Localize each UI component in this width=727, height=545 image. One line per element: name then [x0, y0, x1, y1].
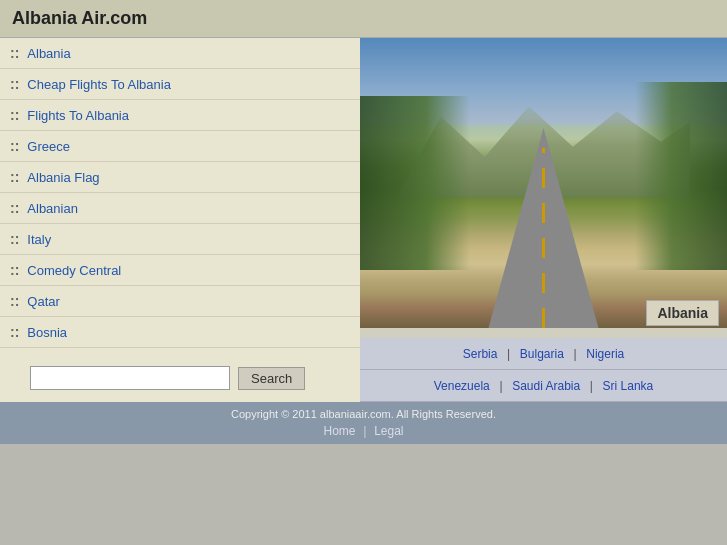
site-header: Albania Air.com — [0, 0, 727, 38]
nav-item-3[interactable]: ::Greece — [0, 131, 360, 162]
nav-bullet-icon: :: — [10, 169, 19, 185]
photo — [360, 38, 727, 328]
nav-bullet-icon: :: — [10, 200, 19, 216]
nav-link-4[interactable]: Albania Flag — [27, 170, 99, 185]
footer-copyright: Copyright © 2011 albaniaair.com. All Rig… — [10, 408, 717, 420]
search-button[interactable]: Search — [238, 367, 305, 390]
nav-link-6[interactable]: Italy — [27, 232, 51, 247]
nav-item-8[interactable]: ::Qatar — [0, 286, 360, 317]
search-input[interactable] — [30, 366, 230, 390]
main-container: ::Albania::Cheap Flights To Albania::Fli… — [0, 38, 727, 402]
nav-link-2[interactable]: Flights To Albania — [27, 108, 129, 123]
nav-link-9[interactable]: Bosnia — [27, 325, 67, 340]
photo-label: Albania — [646, 300, 719, 326]
link-sri-lanka[interactable]: Sri Lanka — [603, 379, 654, 393]
nav-link-7[interactable]: Comedy Central — [27, 263, 121, 278]
nav-bullet-icon: :: — [10, 107, 19, 123]
nav-item-9[interactable]: ::Bosnia — [0, 317, 360, 348]
nav-item-4[interactable]: ::Albania Flag — [0, 162, 360, 193]
link-serbia[interactable]: Serbia — [463, 347, 498, 361]
link-bulgaria[interactable]: Bulgaria — [520, 347, 564, 361]
nav-item-6[interactable]: ::Italy — [0, 224, 360, 255]
nav-link-5[interactable]: Albanian — [27, 201, 78, 216]
nav-item-1[interactable]: ::Cheap Flights To Albania — [0, 69, 360, 100]
footer-link-home[interactable]: Home — [323, 424, 355, 438]
sidebar: ::Albania::Cheap Flights To Albania::Fli… — [0, 38, 360, 402]
nav-item-5[interactable]: ::Albanian — [0, 193, 360, 224]
link-nigeria[interactable]: Nigeria — [586, 347, 624, 361]
nav-item-2[interactable]: ::Flights To Albania — [0, 100, 360, 131]
footer-links: Home | Legal — [10, 423, 717, 438]
right-panel: Albania Serbia | Bulgaria | Nigeria Vene… — [360, 38, 727, 402]
search-area: Search — [0, 348, 360, 402]
right-links: Serbia | Bulgaria | Nigeria Venezuela | … — [360, 338, 727, 402]
nav-bullet-icon: :: — [10, 45, 19, 61]
link-row-2: Venezuela | Saudi Arabia | Sri Lanka — [360, 370, 727, 402]
bottom-area — [0, 444, 727, 545]
nav-bullet-icon: :: — [10, 262, 19, 278]
nav-bullet-icon: :: — [10, 231, 19, 247]
link-row-1: Serbia | Bulgaria | Nigeria — [360, 338, 727, 370]
nav-link-0[interactable]: Albania — [27, 46, 70, 61]
link-saudi-arabia[interactable]: Saudi Arabia — [512, 379, 580, 393]
nav-bullet-icon: :: — [10, 293, 19, 309]
footer: Copyright © 2011 albaniaair.com. All Rig… — [0, 402, 727, 444]
nav-bullet-icon: :: — [10, 138, 19, 154]
link-venezuela[interactable]: Venezuela — [434, 379, 490, 393]
photo-area: Albania — [360, 38, 727, 338]
trees-right — [635, 82, 727, 271]
footer-link-legal[interactable]: Legal — [374, 424, 403, 438]
trees-left — [360, 96, 470, 270]
site-title: Albania Air.com — [12, 8, 715, 29]
nav-bullet-icon: :: — [10, 76, 19, 92]
nav-item-0[interactable]: ::Albania — [0, 38, 360, 69]
nav-list: ::Albania::Cheap Flights To Albania::Fli… — [0, 38, 360, 348]
nav-link-1[interactable]: Cheap Flights To Albania — [27, 77, 171, 92]
nav-item-7[interactable]: ::Comedy Central — [0, 255, 360, 286]
nav-link-8[interactable]: Qatar — [27, 294, 60, 309]
road-line — [542, 148, 545, 328]
nav-bullet-icon: :: — [10, 324, 19, 340]
nav-link-3[interactable]: Greece — [27, 139, 70, 154]
